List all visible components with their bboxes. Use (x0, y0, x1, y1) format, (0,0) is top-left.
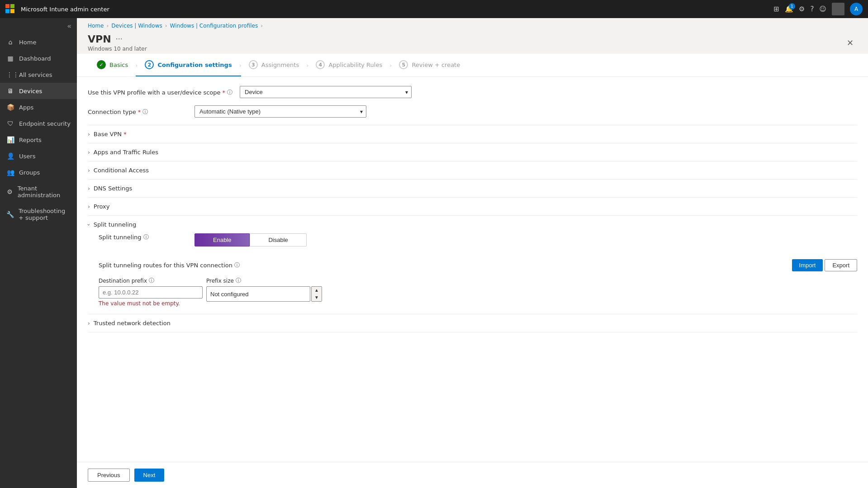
sidebar-item-troubleshooting[interactable]: 🔧 Troubleshooting + support (0, 203, 77, 226)
tab-review-create[interactable]: 5 Review + create (390, 54, 469, 76)
split-tunneling-routes-row: Split tunneling routes for this VPN conn… (99, 259, 857, 271)
tab-assignments[interactable]: 3 Assignments (240, 54, 308, 76)
prefix-size-down-button[interactable]: ▼ (312, 294, 322, 301)
sidebar-item-dashboard[interactable]: ▦ Dashboard (0, 50, 77, 66)
notification-icon[interactable]: 🔔 1 (785, 5, 793, 13)
dashboard-icon: ▦ (6, 55, 14, 62)
reports-icon: 📊 (6, 136, 14, 143)
troubleshooting-icon: 🔧 (6, 211, 14, 218)
destination-prefix-col: Destination prefix ⓘ The value must not … (99, 277, 203, 307)
endpoint-security-icon: 🛡 (6, 120, 14, 127)
prefix-size-info-icon[interactable]: ⓘ (236, 277, 241, 284)
accordion-split-tunneling-header[interactable]: › Split tunneling (88, 216, 857, 233)
sidebar-item-label: Dashboard (19, 55, 51, 62)
sidebar-item-label: Reports (19, 137, 42, 143)
prefix-size-input[interactable]: Not configured (206, 286, 310, 302)
groups-icon: 👥 (6, 169, 14, 176)
import-button[interactable]: Import (792, 259, 823, 271)
breadcrumb: Home › Devices | Windows › Windows | Con… (77, 18, 868, 33)
sidebar-item-label: Troubleshooting + support (19, 208, 71, 221)
routes-info-icon[interactable]: ⓘ (234, 261, 240, 269)
split-tunneling-enable-button[interactable]: Enable (194, 233, 250, 246)
vpn-scope-select[interactable]: Device User (240, 86, 412, 98)
connection-type-select[interactable]: Automatic (Native type) IKEv2 L2TP PPTP (194, 105, 366, 118)
svg-rect-2 (5, 9, 9, 13)
sidebar-item-devices[interactable]: 🖥 Devices (0, 83, 77, 99)
accordion-base-vpn-header[interactable]: › Base VPN * (88, 125, 857, 143)
accordion-apps-traffic: › Apps and Traffic Rules (88, 143, 857, 161)
prefix-size-input-group: Not configured ▲ ▼ (206, 286, 322, 302)
vpn-scope-label: Use this VPN profile with a user/device … (88, 86, 232, 96)
apps-icon: 📦 (6, 104, 14, 111)
connection-type-info-icon[interactable]: ⓘ (142, 108, 148, 116)
sidebar-item-endpoint-security[interactable]: 🛡 Endpoint security (0, 115, 77, 132)
accordion: › Base VPN * › Apps and Traffic Rules › (88, 125, 857, 332)
sidebar-item-apps[interactable]: 📦 Apps (0, 99, 77, 115)
tab-basics[interactable]: ✓ Basics (88, 54, 137, 76)
svg-rect-0 (5, 4, 9, 8)
dns-settings-chevron-icon: › (88, 185, 90, 192)
breadcrumb-devices-windows[interactable]: Devices | Windows (111, 23, 162, 29)
page-menu-icon[interactable]: ··· (116, 35, 123, 43)
settings-icon[interactable]: ⚙ (799, 5, 805, 13)
accordion-conditional-access: › Conditional Access (88, 161, 857, 180)
accordion-trusted-network-header[interactable]: › Trusted network detection (88, 314, 857, 332)
previous-button[interactable]: Previous (88, 469, 130, 482)
accordion-base-vpn: › Base VPN * (88, 125, 857, 143)
prefix-size-stepper: ▲ ▼ (311, 286, 322, 302)
accordion-proxy-header[interactable]: › Proxy (88, 198, 857, 215)
bottom-navigation: Previous Next (77, 462, 868, 488)
conditional-access-chevron-icon: › (88, 167, 90, 174)
close-button[interactable]: ✕ (843, 36, 857, 50)
sidebar-item-reports[interactable]: 📊 Reports (0, 132, 77, 148)
tab-applicability-label: Applicability Rules (328, 62, 382, 68)
destination-prefix-input[interactable] (99, 286, 203, 298)
export-button[interactable]: Export (825, 259, 857, 271)
vpn-scope-info-icon[interactable]: ⓘ (227, 89, 232, 96)
sidebar-item-home[interactable]: ⌂ Home (0, 34, 77, 50)
sidebar-item-label: Users (19, 153, 35, 160)
accordion-dns-settings-header[interactable]: › DNS Settings (88, 180, 857, 197)
svg-rect-1 (10, 4, 14, 8)
tab-applicability[interactable]: 4 Applicability Rules (307, 54, 391, 76)
apps-traffic-chevron-icon: › (88, 149, 90, 156)
split-tunneling-disable-button[interactable]: Disable (250, 233, 306, 246)
vpn-scope-select-wrapper: Device User ▾ (240, 86, 412, 98)
apps-traffic-label: Apps and Traffic Rules (94, 149, 158, 156)
sidebar-item-tenant-admin[interactable]: ⚙ Tenant administration (0, 180, 77, 203)
portal-icon[interactable]: ⊞ (773, 5, 779, 13)
tab-config-settings[interactable]: 2 Configuration settings (136, 54, 241, 76)
dns-settings-label: DNS Settings (94, 185, 132, 192)
tenant-admin-icon: ⚙ (6, 188, 13, 195)
help-icon[interactable]: ? (810, 5, 814, 13)
sidebar-item-label: Apps (19, 104, 33, 111)
trusted-network-label: Trusted network detection (94, 320, 171, 327)
breadcrumb-home[interactable]: Home (88, 23, 104, 29)
sidebar-item-label: Tenant administration (18, 185, 71, 199)
sidebar-item-all-services[interactable]: ⋮⋮ All services (0, 66, 77, 83)
split-tunneling-info-icon[interactable]: ⓘ (143, 233, 149, 241)
sidebar-collapse-button[interactable]: « (0, 18, 77, 34)
sidebar-item-groups[interactable]: 👥 Groups (0, 164, 77, 180)
vpn-scope-required: * (223, 89, 226, 96)
connection-type-label: Connection type * ⓘ (88, 105, 187, 116)
tab-review-label: Review + create (412, 62, 460, 68)
svg-rect-3 (10, 9, 14, 13)
breadcrumb-config-profiles[interactable]: Windows | Configuration profiles (170, 23, 258, 29)
page-subtitle: Windows 10 and later (88, 46, 147, 52)
feedback-icon[interactable]: ☺ (819, 5, 826, 13)
accordion-conditional-access-header[interactable]: › Conditional Access (88, 161, 857, 179)
next-button[interactable]: Next (134, 469, 165, 482)
vpn-scope-row: Use this VPN profile with a user/device … (88, 86, 857, 98)
prefix-size-up-button[interactable]: ▲ (312, 287, 322, 294)
tab-basics-num: ✓ (97, 60, 106, 69)
app-logo (5, 4, 14, 14)
accordion-trusted-network: › Trusted network detection (88, 314, 857, 332)
sidebar-item-label: Home (19, 39, 36, 46)
theme-switcher[interactable] (832, 3, 844, 15)
sidebar-item-users[interactable]: 👤 Users (0, 148, 77, 164)
destination-prefix-info-icon[interactable]: ⓘ (149, 277, 154, 284)
accordion-apps-traffic-header[interactable]: › Apps and Traffic Rules (88, 143, 857, 161)
wizard-tabs: ✓ Basics › 2 Configuration settings › 3 … (77, 54, 868, 77)
user-avatar[interactable]: A (850, 3, 863, 15)
